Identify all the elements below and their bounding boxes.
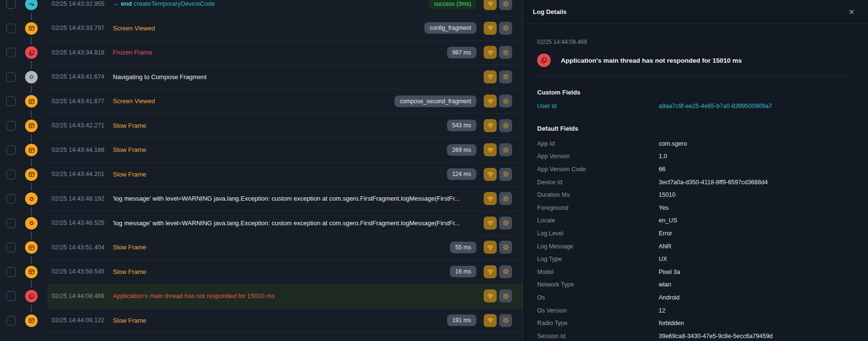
network-wifi-button[interactable]	[484, 192, 497, 205]
row-timestamp: 02/25 14:43:32.955	[52, 0, 113, 7]
field-label: Network Type	[537, 281, 659, 288]
sun-button[interactable]	[499, 119, 512, 132]
timeline-rows: 02/25 14:43:32.955 ← end createTemporary…	[0, 0, 522, 333]
network-wifi-button[interactable]	[484, 119, 497, 132]
row-message: 'log message' with level=WARNING java.la…	[113, 195, 484, 202]
timeline-row: 02/25 14:43:48.525 'log message' with le…	[0, 211, 522, 236]
row-badge: 987 ms	[447, 47, 476, 58]
divider	[537, 76, 854, 77]
log-row[interactable]: 02/25 14:43:32.955 ← end createTemporary…	[47, 0, 522, 16]
row-timestamp: 02/25 14:43:51.404	[52, 244, 113, 251]
row-checkbox[interactable]	[6, 170, 16, 179]
field-value: 12	[659, 307, 665, 314]
row-checkbox[interactable]	[6, 267, 16, 277]
details-header: Log Details ✕	[523, 0, 868, 24]
row-badge: 16 ms	[450, 266, 476, 277]
sun-button[interactable]	[499, 265, 512, 278]
field-label: User Id	[537, 103, 659, 109]
row-message: ← end createTemporaryDeviceCode	[113, 0, 429, 7]
field-row: Os Version 12	[537, 304, 851, 317]
log-row[interactable]: 02/25 14:43:41.674 Navigating to Compose…	[47, 65, 522, 90]
network-wifi-button[interactable]	[484, 70, 497, 83]
log-row[interactable]: 02/25 14:43:51.404 Slow Frame 55 ms	[47, 235, 522, 260]
screen-icon	[25, 266, 38, 278]
default-fields-heading: Default Fields	[537, 125, 851, 132]
row-checkbox[interactable]	[6, 121, 16, 131]
log-row[interactable]: 02/25 14:43:48.192 'log message' with le…	[47, 187, 522, 211]
field-value: a9aa7c9f-ee25-4e65-b7a0-8399500909a7	[659, 103, 772, 109]
log-row[interactable]: 02/25 14:43:59.545 Slow Frame 16 ms	[47, 260, 522, 285]
network-wifi-button[interactable]	[484, 289, 497, 302]
sun-button[interactable]	[499, 143, 512, 156]
row-checkbox[interactable]	[6, 24, 16, 33]
network-wifi-button[interactable]	[484, 168, 497, 181]
network-wifi-button[interactable]	[484, 143, 497, 156]
field-label: Foreground	[537, 205, 659, 211]
field-label: Log Type	[537, 256, 659, 262]
log-row[interactable]: 02/25 14:43:48.525 'log message' with le…	[47, 211, 522, 236]
row-actions	[484, 119, 512, 132]
field-row: Os Android	[537, 291, 851, 304]
log-row[interactable]: 02/25 14:43:44.166 Slow Frame 269 ms	[47, 138, 522, 163]
sun-button[interactable]	[499, 168, 512, 181]
timeline-row: 02/25 14:43:59.545 Slow Frame 16 ms	[0, 260, 522, 285]
network-wifi-button[interactable]	[484, 217, 497, 230]
screen-icon	[25, 22, 38, 35]
field-value: ANR	[659, 243, 671, 250]
row-checkbox[interactable]	[6, 145, 16, 155]
row-timestamp: 02/25 14:43:42.271	[52, 122, 113, 129]
timeline-row: 02/25 14:43:44.201 Slow Frame 124 ms	[0, 163, 522, 187]
network-wifi-button[interactable]	[484, 95, 497, 108]
sun-button[interactable]	[499, 314, 512, 327]
timeline-row: 02/25 14:43:32.955 ← end createTemporary…	[0, 0, 522, 16]
sun-button[interactable]	[499, 0, 512, 10]
row-timestamp: 02/25 14:43:41.677	[52, 98, 113, 105]
row-checkbox[interactable]	[6, 291, 16, 301]
sun-button[interactable]	[499, 241, 512, 254]
network-wifi-button[interactable]	[484, 22, 497, 35]
row-actions	[484, 168, 512, 181]
timeline-row: 02/25 14:44:09.122 Slow Frame 191 ms	[0, 309, 522, 333]
log-row[interactable]: 02/25 14:43:42.271 Slow Frame 543 ms	[47, 114, 522, 138]
row-checkbox[interactable]	[6, 48, 16, 57]
timeline-connector	[31, 280, 32, 288]
row-checkbox[interactable]	[6, 72, 16, 82]
network-wifi-button[interactable]	[484, 265, 497, 278]
log-row[interactable]: 02/25 14:43:34.818 Frozen Frame 987 ms	[47, 41, 522, 65]
row-checkbox[interactable]	[6, 218, 16, 228]
row-message: Screen Viewed	[113, 97, 394, 105]
field-label: Radio Type	[537, 320, 659, 327]
sun-button[interactable]	[499, 217, 512, 230]
sun-button[interactable]	[499, 70, 512, 83]
sun-button[interactable]	[499, 192, 512, 205]
row-checkbox[interactable]	[6, 316, 16, 326]
field-row: App Id com.sgero	[537, 137, 851, 150]
sun-button[interactable]	[499, 289, 512, 302]
row-checkbox[interactable]	[6, 96, 16, 106]
network-wifi-button[interactable]	[484, 0, 497, 10]
log-row[interactable]: 02/25 14:43:44.201 Slow Frame 124 ms	[47, 163, 522, 187]
log-details-panel: Log Details ✕ 02/25 14:44:08.468 Applica…	[522, 0, 868, 341]
sun-button[interactable]	[499, 22, 512, 35]
log-row[interactable]: 02/25 14:43:41.677 Screen Viewed compose…	[47, 89, 522, 114]
sun-button[interactable]	[499, 46, 512, 59]
trace-end-icon	[25, 0, 38, 10]
field-row: Duration Ms 15010	[537, 189, 851, 202]
log-row[interactable]: 02/25 14:44:09.122 Slow Frame 191 ms	[47, 309, 522, 333]
frames-icon	[25, 290, 38, 302]
log-row[interactable]: 02/25 14:44:08.468 Application's main th…	[47, 284, 522, 309]
screen-icon	[25, 168, 38, 181]
row-checkbox[interactable]	[6, 0, 16, 9]
field-row: User Id a9aa7c9f-ee25-4e65-b7a0-83995009…	[537, 100, 851, 113]
network-wifi-button[interactable]	[484, 46, 497, 59]
row-checkbox[interactable]	[6, 194, 16, 204]
custom-fields-heading: Custom Fields	[537, 89, 851, 96]
field-value: 3ecf7a0a-d350-4118-8ff9-6597cd3688d4	[659, 179, 768, 186]
row-actions	[484, 143, 512, 156]
log-row[interactable]: 02/25 14:43:33.797 Screen Viewed config_…	[47, 16, 522, 41]
network-wifi-button[interactable]	[484, 241, 497, 254]
sun-button[interactable]	[499, 95, 512, 108]
close-icon[interactable]: ✕	[848, 8, 854, 16]
row-checkbox[interactable]	[6, 243, 16, 252]
network-wifi-button[interactable]	[484, 314, 497, 327]
